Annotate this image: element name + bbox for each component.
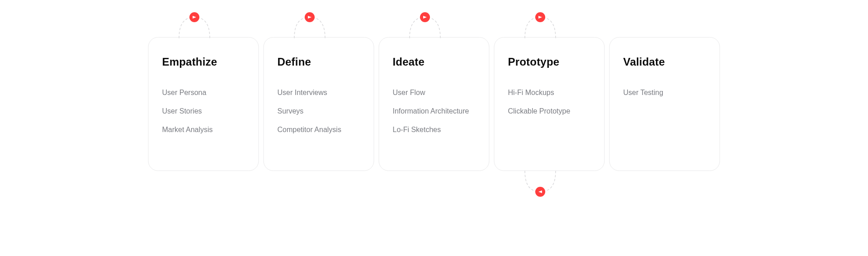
card-item: Hi-Fi Mockups — [508, 88, 593, 97]
card-item: User Flow — [393, 88, 477, 97]
card-item: Lo-Fi Sketches — [393, 125, 477, 134]
card-item: User Stories — [162, 107, 247, 115]
card-title: Ideate — [393, 56, 477, 68]
card-ideate: Ideate User Flow Information Architectur… — [379, 37, 490, 171]
card-items: User Flow Information Architecture Lo-Fi… — [393, 88, 477, 134]
card-item: Information Architecture — [393, 107, 477, 115]
card-item: Surveys — [278, 107, 362, 115]
svg-point-0 — [189, 12, 199, 22]
card-item: User Persona — [162, 88, 247, 97]
card-title: Define — [278, 56, 362, 68]
card-item: User Testing — [623, 88, 708, 97]
connector-bottom-1 — [522, 166, 558, 203]
card-validate: Validate User Testing — [609, 37, 720, 171]
card-prototype: Prototype Hi-Fi Mockups Clickable Protot… — [494, 37, 605, 171]
card-items: User Interviews Surveys Competitor Analy… — [278, 88, 362, 134]
svg-point-3 — [535, 12, 545, 22]
card-item: Market Analysis — [162, 125, 247, 134]
svg-point-4 — [535, 187, 545, 197]
card-items: Hi-Fi Mockups Clickable Prototype — [508, 88, 593, 115]
card-items: User Testing — [623, 88, 708, 97]
svg-point-1 — [305, 12, 315, 22]
svg-point-2 — [420, 12, 430, 22]
card-item: Competitor Analysis — [278, 125, 362, 134]
card-title: Prototype — [508, 56, 593, 68]
card-define: Define User Interviews Surveys Competito… — [264, 37, 374, 171]
steps-row: Empathize User Persona User Stories Mark… — [148, 37, 720, 171]
card-title: Validate — [623, 56, 708, 68]
card-item: User Interviews — [278, 88, 362, 97]
card-item: Clickable Prototype — [508, 107, 593, 115]
card-title: Empathize — [162, 56, 247, 68]
card-empathize: Empathize User Persona User Stories Mark… — [148, 37, 259, 171]
card-items: User Persona User Stories Market Analysi… — [162, 88, 247, 134]
process-diagram: Empathize User Persona User Stories Mark… — [0, 0, 868, 256]
